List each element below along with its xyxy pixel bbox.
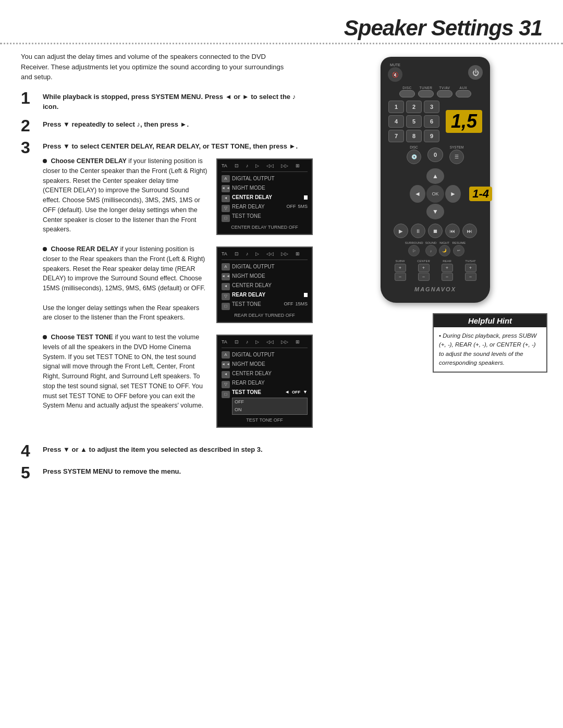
system-round-btn[interactable]: ☰: [449, 150, 464, 164]
tvsat-plus[interactable]: +: [465, 264, 476, 272]
screen-row-rear: REAR DELAY OFF 5MS: [232, 202, 308, 212]
vol-center-btns: + −: [418, 264, 430, 281]
nav-center[interactable]: OK: [426, 185, 444, 203]
num-6[interactable]: 6: [424, 115, 439, 128]
nav-left[interactable]: ◄: [410, 185, 425, 203]
option-rear-delay-text: Choose REAR DELAY if your listening posi…: [43, 244, 208, 323]
ctrl-e: □: [222, 215, 230, 222]
center-plus[interactable]: +: [418, 264, 430, 272]
screen-row-testtone3: TEST TONE ◄ OFF ▼: [232, 388, 308, 397]
source-aux-btn[interactable]: [456, 90, 471, 97]
page-title: Speaker Settings 31: [344, 16, 542, 41]
disc-sys-row: DISC 💿 0 SYSTEM ☰: [388, 145, 483, 164]
sound-sound-label: SOUND: [425, 241, 437, 244]
btn-pause[interactable]: ⏸: [411, 224, 425, 238]
screen-main-2: DIGITAL OUTPUT NIGHT MODE CENTER DELAY R…: [232, 262, 308, 310]
sound-mode-row: SURROUND ▷ SOUND ♪ NIGHT 🌙 RESUME: [388, 241, 483, 256]
option-rear-delay: Choose REAR DELAY if your listening posi…: [43, 244, 313, 323]
screen-body-3: A ◄◄ ◄ ▽ □ DIGITAL OUTPUT NIGHT MODE CEN: [222, 350, 308, 415]
bullet-dot-center: [43, 159, 47, 163]
vol-rear-label: REAR: [443, 260, 451, 263]
step-3: 3 Press ▼ to select CENTER DELAY, REAR D…: [21, 141, 313, 438]
sound-surround-btn[interactable]: ▷: [408, 245, 420, 256]
rear-minus[interactable]: −: [442, 273, 453, 281]
intro-paragraph: You can adjust the delay times and volum…: [21, 52, 292, 82]
screen-center-delay: TA ⊡ ♪ ▷ ◁◁ ▷▷ ⊞ A ◄◄: [216, 158, 313, 235]
playback-row: ▶ ⏸ ⏹ ⏮ ⏭: [394, 224, 477, 238]
sound-resume-btn[interactable]: ↩: [453, 245, 464, 256]
source-tvav-btn[interactable]: [437, 90, 452, 97]
ctrl-2b: ◄◄: [222, 273, 230, 280]
content-area: You can adjust the delay times and volum…: [0, 52, 563, 488]
num-9[interactable]: 9: [424, 130, 439, 142]
step-1: 1 While playback is stopped, press SYSTE…: [21, 92, 313, 112]
screen-controls-3: A ◄◄ ◄ ▽ □: [222, 350, 230, 415]
num-1[interactable]: 1: [388, 101, 404, 113]
mute-button[interactable]: 🔇: [388, 67, 402, 82]
screen-note-2: REAR DELAY TURNED OFF: [222, 312, 308, 319]
section-divider: [0, 43, 563, 44]
disc-label: DISC: [410, 145, 418, 149]
helpful-hint-box: Helpful Hint • During Disc playback, pre…: [433, 313, 547, 373]
ctrl-a: A: [222, 175, 230, 182]
step-2-content: Press ▼ repeatedly to select ♪, then pre…: [43, 119, 313, 130]
num-4[interactable]: 4: [388, 115, 404, 128]
vol-tvsat-label: TV/SAT: [465, 260, 476, 263]
nav-up[interactable]: ▲: [426, 168, 444, 184]
vol-rear: REAR + −: [437, 260, 457, 281]
num-0[interactable]: 0: [427, 147, 443, 162]
source-tuner-btn[interactable]: [418, 90, 434, 97]
source-row: DISC TUNER TV/AV AUX: [388, 86, 483, 97]
screen-dropdown: OFF ON: [232, 398, 308, 415]
nav-cross: ▲ ◄ OK ► ▼: [410, 168, 461, 219]
screen-row-testtone1: TEST TONE: [232, 212, 308, 221]
source-tvav: TV/AV: [437, 86, 452, 97]
num-3[interactable]: 3: [424, 101, 439, 113]
btn-stop[interactable]: ⏹: [428, 224, 443, 238]
step-5-content: Press SYSTEM MENU to remove the menu.: [43, 466, 313, 477]
system-btn-group: SYSTEM ☰: [449, 145, 464, 164]
tvsat-minus[interactable]: −: [465, 273, 476, 281]
vol-tvsat: TV/SAT + −: [460, 260, 481, 281]
nav-right[interactable]: ►: [445, 185, 461, 203]
bullet-dot-test: [43, 335, 47, 339]
badge-15: 1,5: [446, 110, 482, 133]
btn-prev[interactable]: ⏮: [445, 224, 460, 238]
sound-night-btn[interactable]: 🌙: [439, 245, 450, 256]
ctrl-3e: □: [222, 391, 230, 398]
power-button[interactable]: ⏻: [468, 65, 483, 80]
bullet-dot-rear: [43, 247, 47, 251]
remote-container: MUTE 🔇 ⏻ DISC TUNER: [381, 57, 490, 303]
disc-btn-group: DISC 💿: [407, 145, 421, 164]
vol-subw: SUBW + −: [390, 260, 410, 281]
rear-plus[interactable]: +: [442, 264, 453, 272]
sound-resume: RESUME ↩: [452, 241, 466, 256]
num-5[interactable]: 5: [406, 115, 422, 128]
screen-row-night: NIGHT MODE: [232, 183, 308, 193]
center-minus[interactable]: −: [418, 273, 430, 281]
sound-sound-btn[interactable]: ♪: [425, 245, 437, 256]
screen-controls-2: A ◄◄ ◄ ▽ □: [222, 262, 230, 310]
screen-note-3: TEST TONE OFF: [222, 417, 308, 424]
subw-minus[interactable]: −: [395, 273, 406, 281]
ctrl-2d: ▽: [222, 293, 230, 300]
sound-night: NIGHT 🌙: [439, 241, 450, 256]
vol-adj-row: SUBW + − CENTER + −: [388, 260, 483, 281]
page-header: Speaker Settings 31: [0, 16, 563, 41]
num-8[interactable]: 8: [406, 130, 422, 142]
screen-row-center2: CENTER DELAY: [232, 281, 308, 290]
num-2[interactable]: 2: [406, 101, 422, 113]
nav-corner-tr: [445, 168, 461, 184]
subw-plus[interactable]: +: [395, 264, 406, 272]
source-aux: AUX: [456, 86, 471, 97]
btn-next[interactable]: ⏭: [462, 224, 477, 238]
btn-play[interactable]: ▶: [394, 224, 408, 238]
nav-down[interactable]: ▼: [426, 204, 444, 219]
disc-round-btn[interactable]: 💿: [407, 150, 421, 164]
screen-controls-1: A ◄◄ ◄ ▽ □: [222, 174, 230, 222]
source-tvav-label: TV/AV: [439, 86, 450, 90]
num-7[interactable]: 7: [388, 130, 404, 142]
step-number-5: 5: [21, 464, 38, 481]
step-3-content: Press ▼ to select CENTER DELAY, REAR DEL…: [43, 141, 313, 438]
source-disc-btn[interactable]: [399, 90, 415, 97]
